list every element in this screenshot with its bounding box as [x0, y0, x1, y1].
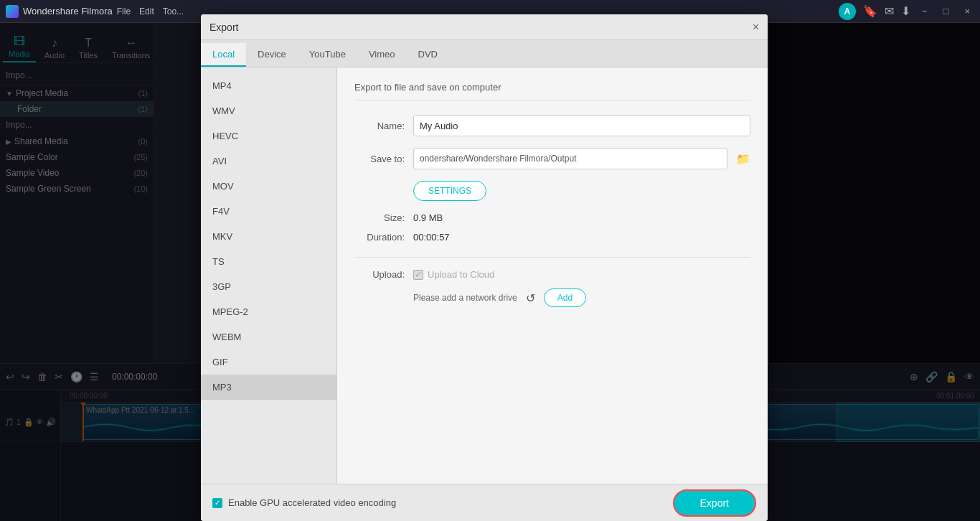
name-label: Name:: [354, 121, 405, 131]
menu-tool[interactable]: Too...: [163, 6, 184, 17]
minimize-btn[interactable]: −: [918, 4, 932, 18]
menu-edit[interactable]: Edit: [139, 6, 154, 17]
upload-cloud-checkbox: ✓: [413, 270, 423, 280]
tab-device[interactable]: Device: [246, 43, 298, 67]
format-mpeg2[interactable]: MPEG-2: [201, 299, 336, 324]
save-path-display: ondershare/Wondershare Filmora/Output: [413, 148, 727, 169]
save-path-text: ondershare/Wondershare Filmora/Output: [420, 154, 577, 164]
network-text: Please add a network drive: [413, 293, 517, 303]
format-avi[interactable]: AVI: [201, 149, 336, 174]
duration-label: Duration:: [354, 232, 405, 243]
size-row: Size: 0.9 MB: [354, 212, 750, 223]
bookmark-icon[interactable]: 🔖: [863, 4, 877, 18]
modal-body: MP4 WMV HEVC AVI MOV F4V MKV TS 3GP MPEG…: [201, 67, 768, 484]
duration-row: Duration: 00:00:57: [354, 232, 750, 243]
settings-btn[interactable]: SETTINGS: [413, 181, 486, 201]
tab-vimeo[interactable]: Vimeo: [357, 43, 407, 67]
gpu-check-row: ✓ Enable GPU accelerated video encoding: [212, 497, 396, 508]
duration-value: 00:00:57: [413, 232, 450, 243]
gpu-label: Enable GPU accelerated video encoding: [228, 497, 396, 508]
format-3gp[interactable]: 3GP: [201, 274, 336, 299]
upload-section: Upload: ✓ Upload to Cloud Please add a n…: [354, 257, 750, 307]
format-mp4[interactable]: MP4: [201, 73, 336, 98]
save-to-row: Save to: ondershare/Wondershare Filmora/…: [354, 148, 750, 169]
download-icon[interactable]: ⬇: [901, 4, 910, 18]
format-f4v[interactable]: F4V: [201, 199, 336, 224]
modal-header: Export ×: [201, 14, 768, 40]
format-gif[interactable]: GIF: [201, 349, 336, 375]
format-wmv[interactable]: WMV: [201, 98, 336, 123]
app-icon: [6, 5, 19, 18]
app-title-area: Wondershare Filmora File Edit Too...: [6, 5, 184, 18]
format-webm[interactable]: WEBM: [201, 324, 336, 349]
export-description: Export to file and save on computer: [354, 82, 750, 100]
save-label: Save to:: [354, 154, 405, 164]
format-ts[interactable]: TS: [201, 249, 336, 274]
network-row: Please add a network drive ↺ Add: [413, 288, 750, 307]
avatar: A: [839, 3, 856, 20]
modal-close-btn[interactable]: ×: [753, 21, 759, 34]
format-mkv[interactable]: MKV: [201, 224, 336, 249]
format-settings: Export to file and save on computer Name…: [337, 67, 768, 484]
browse-folder-btn[interactable]: 📁: [736, 152, 750, 166]
upload-cloud-check: ✓ Upload to Cloud: [413, 269, 494, 280]
format-list: MP4 WMV HEVC AVI MOV F4V MKV TS 3GP MPEG…: [201, 67, 337, 484]
export-modal: Export × Local Device YouTube Vimeo DVD …: [201, 14, 768, 521]
window-controls: A 🔖 ✉ ⬇ − □ ×: [839, 3, 974, 20]
tab-youtube[interactable]: YouTube: [298, 43, 357, 67]
maximize-btn[interactable]: □: [939, 4, 953, 18]
name-row: Name:: [354, 115, 750, 136]
format-mov[interactable]: MOV: [201, 174, 336, 199]
tab-dvd[interactable]: DVD: [407, 43, 449, 67]
name-input[interactable]: [413, 115, 750, 136]
format-mp3[interactable]: MP3: [201, 375, 336, 400]
format-hevc[interactable]: HEVC: [201, 123, 336, 149]
menu-file[interactable]: File: [117, 6, 131, 17]
menu-bar: File Edit Too...: [117, 6, 184, 17]
tab-local[interactable]: Local: [201, 43, 246, 67]
app-title: Wondershare Filmora: [23, 6, 113, 17]
mail-icon[interactable]: ✉: [885, 4, 894, 18]
add-network-btn[interactable]: Add: [544, 288, 586, 307]
modal-tabs: Local Device YouTube Vimeo DVD: [201, 40, 768, 67]
export-btn[interactable]: Export: [673, 489, 756, 517]
size-label: Size:: [354, 212, 405, 223]
refresh-btn[interactable]: ↺: [526, 291, 535, 305]
upload-row: Upload: ✓ Upload to Cloud: [354, 269, 750, 280]
modal-title: Export: [209, 22, 238, 33]
size-value: 0.9 MB: [413, 212, 443, 223]
upload-label: Upload:: [354, 269, 405, 280]
close-btn[interactable]: ×: [960, 4, 974, 18]
upload-cloud-text: Upload to Cloud: [428, 269, 494, 280]
gpu-checkbox[interactable]: ✓: [212, 498, 222, 508]
modal-footer: ✓ Enable GPU accelerated video encoding …: [201, 484, 768, 521]
